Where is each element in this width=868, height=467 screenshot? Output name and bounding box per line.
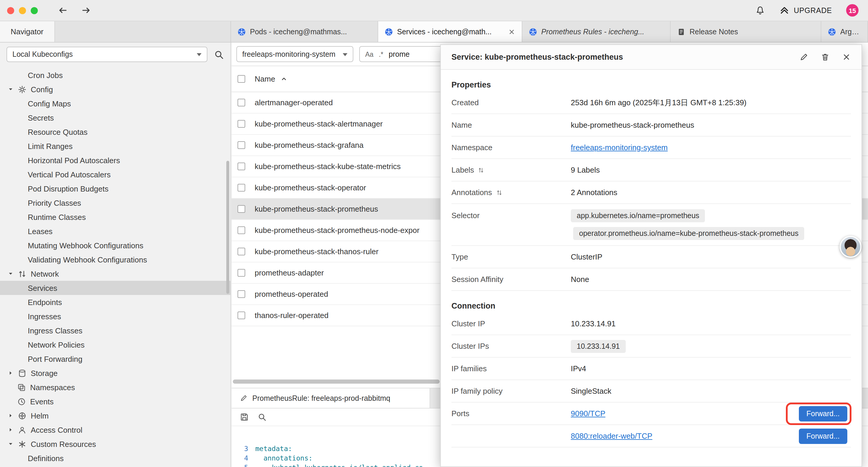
- detail-row-ip-family-policy: IP family policySingleStack: [452, 380, 851, 403]
- horizontal-scrollbar[interactable]: [233, 380, 440, 384]
- minimize-window-button[interactable]: [19, 7, 26, 14]
- forward-arrow-icon[interactable]: [81, 5, 91, 16]
- avatar[interactable]: [840, 236, 862, 258]
- expand-right-icon[interactable]: [8, 427, 13, 433]
- sidebar-item-network-policies[interactable]: Network Policies: [0, 338, 230, 352]
- sidebar-item-access-control[interactable]: Access Control: [0, 423, 230, 437]
- select-all-checkbox[interactable]: [238, 75, 245, 83]
- navigator-tab[interactable]: Navigator: [0, 21, 55, 42]
- sidebar-item-ingresses[interactable]: Ingresses: [0, 309, 230, 323]
- sidebar-item-pod-disruption-budgets[interactable]: Pod Disruption Budgets: [0, 181, 230, 196]
- sidebar-item-config[interactable]: Config: [0, 82, 230, 96]
- sidebar-item-network[interactable]: Network: [0, 267, 230, 281]
- tab-services-icecheng-math[interactable]: Services - icecheng@math...: [378, 21, 522, 42]
- line-number: 4: [231, 454, 255, 463]
- detail-label: Name: [452, 121, 571, 129]
- name-column-header[interactable]: Name: [255, 75, 287, 83]
- service-name: kube-prometheus-stack-operator: [255, 183, 366, 192]
- sidebar-item-label: Vertical Pod Autoscalers: [28, 170, 111, 179]
- row-checkbox[interactable]: [238, 120, 245, 128]
- upgrade-button[interactable]: UPGRADE: [780, 5, 832, 16]
- trash-icon[interactable]: [821, 53, 830, 61]
- row-checkbox[interactable]: [238, 312, 245, 319]
- sidebar-item-horizontal-pod-autoscalers[interactable]: Horizontal Pod Autoscalers: [0, 153, 230, 167]
- row-checkbox[interactable]: [238, 141, 245, 149]
- close-icon[interactable]: [508, 28, 515, 35]
- sidebar-item-priority-classes[interactable]: Priority Classes: [0, 196, 230, 210]
- sidebar-item-leases[interactable]: Leases: [0, 224, 230, 238]
- expand-right-icon[interactable]: [8, 370, 13, 376]
- row-checkbox[interactable]: [238, 163, 245, 170]
- chevron-down-icon: [343, 53, 347, 58]
- row-checkbox[interactable]: [238, 248, 245, 255]
- detail-value: 9 Labels: [571, 166, 600, 174]
- expand-right-icon[interactable]: [8, 413, 13, 418]
- sidebar-item-label: Ingresses: [28, 312, 61, 321]
- dock-tab-prometheusrule[interactable]: PrometheusRule: freeleaps-prod-rabbitmq: [231, 388, 430, 408]
- expand-down-icon[interactable]: [8, 271, 13, 276]
- sidebar-item-runtime-classes[interactable]: Runtime Classes: [0, 210, 230, 224]
- sidebar-item-config-maps[interactable]: Config Maps: [0, 96, 230, 111]
- sidebar-item-events[interactable]: Events: [0, 394, 230, 408]
- forward-button[interactable]: Forward...: [799, 406, 847, 421]
- close-window-button[interactable]: [7, 7, 14, 14]
- sidebar-item-namespaces[interactable]: Namespaces: [0, 380, 230, 394]
- sidebar-item-endpoints[interactable]: Endpoints: [0, 295, 230, 309]
- port-link[interactable]: 8080:reloader-web/TCP: [571, 432, 652, 440]
- sidebar-item-limit-ranges[interactable]: Limit Ranges: [0, 139, 230, 153]
- sidebar-item-label: Secrets: [28, 113, 54, 122]
- sidebar-scrollbar[interactable]: [226, 161, 229, 294]
- row-checkbox[interactable]: [238, 226, 245, 234]
- sidebar-item-helm[interactable]: Helm: [0, 408, 230, 423]
- sidebar-item-secrets[interactable]: Secrets: [0, 111, 230, 125]
- close-icon[interactable]: [842, 53, 851, 61]
- edit-pencil-icon[interactable]: [800, 53, 808, 61]
- save-icon[interactable]: [240, 413, 249, 421]
- search-icon[interactable]: [214, 49, 224, 59]
- sidebar-item-mutating-webhook-configuration[interactable]: Mutating Webhook Configurations: [0, 238, 230, 253]
- expand-down-icon[interactable]: [8, 86, 13, 92]
- tab-pods-icecheng-mathmas[interactable]: Pods - icecheng@mathmas...: [231, 21, 378, 42]
- sidebar-item-definitions[interactable]: Definitions: [0, 451, 230, 465]
- row-checkbox[interactable]: [238, 205, 245, 213]
- regex-toggle[interactable]: .*: [379, 51, 383, 58]
- sidebar-item-port-forwarding[interactable]: Port Forwarding: [0, 352, 230, 366]
- editor-tabs: Pods - icecheng@mathmas...Services - ice…: [231, 21, 868, 42]
- sidebar-item-validating-webhook-configurati[interactable]: Validating Webhook Configurations: [0, 253, 230, 267]
- sidebar-item-vertical-pod-autoscalers[interactable]: Vertical Pod Autoscalers: [0, 167, 230, 181]
- port-link[interactable]: 9090/TCP: [571, 409, 606, 418]
- namespace-link[interactable]: freeleaps-monitoring-system: [571, 143, 668, 152]
- updown-icon[interactable]: [478, 167, 485, 174]
- forward-button[interactable]: Forward...: [799, 428, 847, 444]
- sidebar-item-label: Validating Webhook Configurations: [28, 255, 147, 264]
- kubeconfig-select[interactable]: Local Kubeconfigs: [6, 47, 208, 62]
- sidebar-item-custom-resources[interactable]: Custom Resources: [0, 437, 230, 451]
- sidebar-item-ingress-classes[interactable]: Ingress Classes: [0, 323, 230, 338]
- tab-release-notes[interactable]: Release Notes: [671, 21, 821, 42]
- sidebar-item-resource-quotas[interactable]: Resource Quotas: [0, 125, 230, 139]
- expand-down-icon[interactable]: [8, 441, 13, 447]
- tab-prometheus-rules-icecheng[interactable]: Prometheus Rules - icecheng...: [522, 21, 671, 42]
- row-checkbox[interactable]: [238, 184, 245, 192]
- sidebar-item-storage[interactable]: Storage: [0, 366, 230, 380]
- row-checkbox[interactable]: [238, 269, 245, 276]
- detail-label: Type: [452, 253, 571, 261]
- row-checkbox[interactable]: [238, 290, 245, 298]
- namespaces-icon: [17, 383, 26, 391]
- match-case-toggle[interactable]: Aa: [365, 51, 373, 58]
- sidebar-item-services[interactable]: Services: [0, 281, 230, 295]
- back-arrow-icon[interactable]: [58, 5, 68, 16]
- namespace-filter-select[interactable]: freeleaps-monitoring-system: [236, 46, 353, 62]
- zoom-window-button[interactable]: [31, 7, 38, 14]
- sidebar-item-label: Leases: [28, 227, 53, 236]
- updown-icon[interactable]: [495, 189, 502, 196]
- notification-count-badge[interactable]: 15: [846, 4, 859, 17]
- sidebar-item-cron-jobs[interactable]: Cron Jobs: [0, 68, 230, 82]
- sidebar-item-label: Namespaces: [30, 383, 75, 391]
- navigator-header: Navigator: [0, 21, 231, 42]
- sidebar-item-label: Access Control: [31, 425, 83, 434]
- bell-icon[interactable]: [755, 5, 766, 16]
- search-icon[interactable]: [258, 413, 267, 421]
- row-checkbox[interactable]: [238, 99, 245, 107]
- tab-argo-s[interactable]: Argo S: [821, 21, 868, 42]
